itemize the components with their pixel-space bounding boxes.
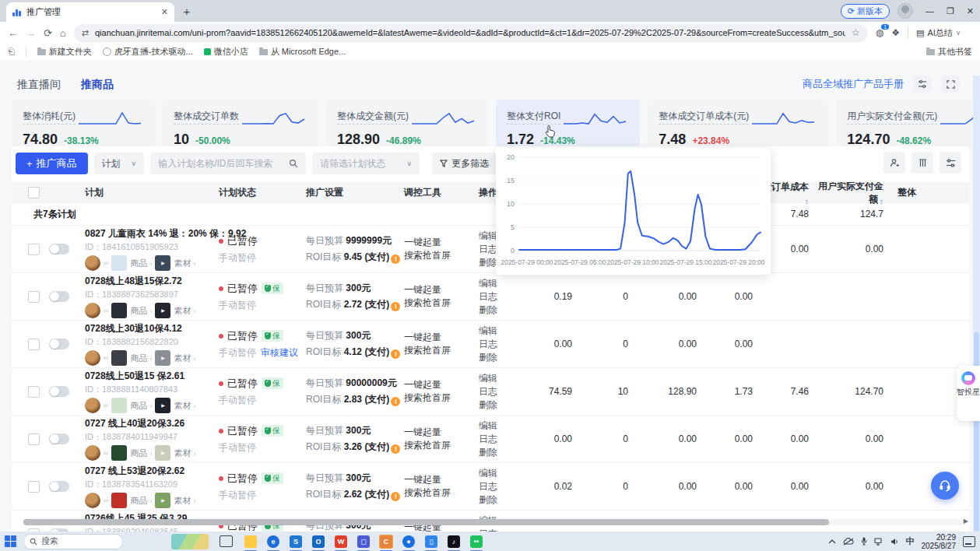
- row-checkbox[interactable]: [28, 481, 40, 493]
- log-link[interactable]: 日志: [479, 385, 511, 398]
- delete-link[interactable]: 删除: [479, 351, 511, 364]
- search-top-screen-link[interactable]: 搜索抢首屏: [404, 344, 472, 357]
- add-promotion-button[interactable]: + 推广商品: [16, 153, 88, 174]
- clock[interactable]: 20:292025/8/27: [922, 533, 957, 550]
- one-click-boost-link[interactable]: 一键起量: [404, 236, 472, 249]
- v-scroll-thumb[interactable]: [974, 332, 979, 532]
- promotion-manual-link[interactable]: 商品全域推广产品手册: [803, 77, 904, 91]
- product-link[interactable]: 商品 ›: [130, 258, 152, 269]
- plan-enable-toggle[interactable]: [49, 244, 69, 254]
- plan-title[interactable]: 0728线上48退15保2.72: [85, 275, 213, 288]
- row-checkbox[interactable]: [28, 386, 40, 398]
- product-link[interactable]: 商品 ›: [130, 400, 152, 412]
- browser-tab[interactable]: 推广管理 ✕: [6, 2, 174, 22]
- minimize-button[interactable]: —: [926, 6, 934, 16]
- back-icon[interactable]: ←: [8, 27, 18, 39]
- search-top-screen-link[interactable]: 搜索抢首屏: [404, 297, 472, 310]
- material-thumbnail[interactable]: [155, 303, 170, 318]
- bookmark-item[interactable]: 虎牙直播-技术驱动...: [103, 46, 193, 58]
- product-thumbnail[interactable]: [111, 255, 127, 271]
- material-link[interactable]: 素材 ›: [174, 495, 195, 507]
- one-click-boost-link[interactable]: 一键起量: [404, 473, 472, 486]
- one-click-boost-link[interactable]: 一键起量: [404, 378, 472, 391]
- plan-title[interactable]: 0827 儿童雨衣 14% 退：20% 保：9.92: [85, 227, 213, 240]
- onedrive-paused-icon[interactable]: [843, 538, 854, 546]
- product-link[interactable]: 商品 ›: [130, 353, 152, 364]
- taskbar-search[interactable]: 搜索: [23, 534, 123, 549]
- plan-enable-toggle[interactable]: [49, 386, 69, 397]
- edge-browser-icon[interactable]: e: [266, 535, 280, 549]
- table-config-icon[interactable]: [940, 152, 961, 174]
- ai-summary-button[interactable]: ▤ AI总结 ∨: [908, 27, 961, 39]
- wps-icon[interactable]: W: [334, 535, 348, 549]
- delete-link[interactable]: 删除: [479, 446, 511, 459]
- material-link[interactable]: 素材 ›: [174, 353, 195, 364]
- side-panel-icon[interactable]: ⎗: [8, 47, 15, 57]
- material-link[interactable]: 素材 ›: [174, 447, 195, 459]
- plan-status-select[interactable]: 请筛选计划状态∨: [312, 153, 420, 174]
- row-checkbox[interactable]: [28, 433, 40, 445]
- delete-link[interactable]: 删除: [479, 398, 511, 412]
- product-link[interactable]: 商品 ›: [130, 495, 152, 507]
- edit-link[interactable]: 编辑: [479, 467, 511, 480]
- stat-card[interactable]: 整体成交订单数 10 -50.00%: [163, 100, 318, 150]
- warning-icon[interactable]: !: [391, 492, 400, 501]
- reload-icon[interactable]: ⟳: [44, 27, 52, 39]
- adblock-extension-icon[interactable]: ◍1: [876, 27, 883, 38]
- log-link[interactable]: 日志: [479, 290, 511, 304]
- delete-link[interactable]: 删除: [479, 493, 511, 507]
- tray-chevron-icon[interactable]: [828, 539, 836, 545]
- row-checkbox[interactable]: [28, 339, 40, 350]
- material-thumbnail[interactable]: [155, 398, 170, 413]
- edit-link[interactable]: 编辑: [479, 419, 511, 433]
- col-settings[interactable]: 推广设置: [303, 186, 401, 199]
- warning-icon[interactable]: !: [391, 349, 400, 359]
- horizontal-scrollbar[interactable]: ▶: [23, 519, 967, 525]
- microsoft-store-icon[interactable]: S: [289, 535, 303, 549]
- delete-link[interactable]: 删除: [479, 304, 511, 317]
- speaker-icon[interactable]: [890, 538, 899, 546]
- material-link[interactable]: 素材 ›: [174, 400, 195, 412]
- outlook-icon[interactable]: O: [311, 535, 325, 549]
- fullscreen-icon[interactable]: [941, 75, 960, 93]
- wechat-icon[interactable]: ••: [469, 535, 483, 549]
- url-field[interactable]: ⇄ qianchuan.jinritemai.com/uni-prom?aavi…: [74, 24, 868, 42]
- search-top-screen-link[interactable]: 搜索抢首屏: [404, 439, 472, 452]
- plan-type-select[interactable]: 计划∨: [94, 153, 145, 174]
- custom-audience-icon[interactable]: [883, 152, 905, 174]
- assistant-widget[interactable]: 智投星: [957, 366, 980, 421]
- scroll-right-arrow-icon[interactable]: ▶: [964, 518, 968, 525]
- plan-search-input[interactable]: 输入计划名称/ID后回车搜索: [150, 153, 306, 174]
- bookmark-item[interactable]: 从 Microsoft Edge...: [259, 46, 346, 58]
- search-top-screen-link[interactable]: 搜索抢首屏: [404, 391, 472, 405]
- stat-card[interactable]: 整体成交金额(元) 128.90 -46.89%: [326, 100, 488, 150]
- product-thumbnail[interactable]: [111, 350, 127, 366]
- extensions-puzzle-icon[interactable]: ❖: [891, 27, 900, 38]
- bookmark-item[interactable]: 新建文件夹: [37, 46, 92, 58]
- stat-card[interactable]: 用户实际支付金额(元) 124.70 -48.62%: [836, 100, 980, 150]
- site-settings-icon[interactable]: ⇄: [82, 28, 89, 38]
- forward-icon[interactable]: →: [26, 27, 36, 39]
- col-status[interactable]: 计划状态: [216, 186, 303, 199]
- product-thumbnail[interactable]: [111, 445, 127, 461]
- microphone-icon[interactable]: [861, 537, 867, 546]
- material-thumbnail[interactable]: [155, 255, 170, 271]
- close-button[interactable]: ✕: [967, 6, 974, 16]
- weather-widget[interactable]: [171, 534, 209, 549]
- ime-indicator[interactable]: 中: [906, 535, 915, 547]
- plan-title[interactable]: 0727 线上53退20保2.62: [85, 465, 213, 478]
- more-filters-button[interactable]: 更多筛选: [432, 153, 497, 174]
- plan-title[interactable]: 0728线上50退15 保2.61: [85, 370, 213, 383]
- help-floating-button[interactable]: [931, 472, 959, 500]
- material-thumbnail[interactable]: [155, 445, 170, 461]
- select-all-checkbox[interactable]: [28, 187, 40, 198]
- column-settings-icon[interactable]: [912, 152, 933, 174]
- home-icon[interactable]: ⌂: [60, 27, 66, 39]
- row-checkbox[interactable]: [28, 244, 40, 255]
- stat-card[interactable]: 整体消耗(元) 74.80 -38.13%: [12, 100, 155, 150]
- bookmark-item[interactable]: 微信小店: [204, 46, 248, 58]
- tab-close-icon[interactable]: ✕: [161, 7, 168, 17]
- bookmark-star-icon[interactable]: ☆: [852, 27, 860, 38]
- col-tools[interactable]: 调控工具: [401, 186, 476, 199]
- other-bookmarks[interactable]: 其他书签: [926, 46, 972, 58]
